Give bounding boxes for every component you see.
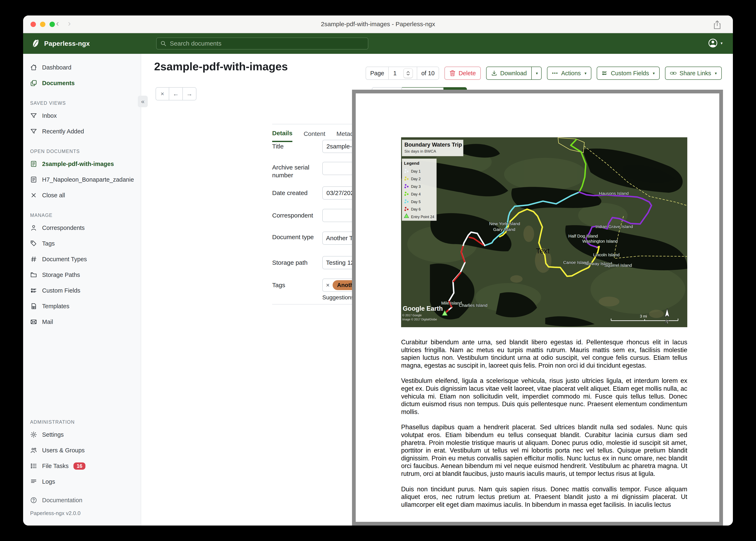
pdf-preview-pane[interactable]: Hausons Island New York Island Gary Isla… xyxy=(352,90,723,526)
legend-label: Entry Point 24 xyxy=(411,215,434,219)
legend-label: Day 5 xyxy=(411,200,421,204)
close-document-button[interactable]: × xyxy=(156,87,169,100)
correspondent-label: Correspondent xyxy=(272,209,322,222)
sidebar-item-logs[interactable]: Logs xyxy=(23,474,141,489)
zoom-window-button[interactable] xyxy=(50,22,55,27)
minimize-window-button[interactable] xyxy=(40,22,45,27)
sidebar-item-open-doc-1[interactable]: 2sample-pdf-with-images xyxy=(23,156,141,172)
island-label: Lincoln Island xyxy=(593,253,620,257)
sidebar-item-documents[interactable]: Documents xyxy=(23,75,141,91)
document-toolbar: Page of 10 Delete xyxy=(366,67,722,80)
download-button[interactable]: Download xyxy=(486,67,532,80)
island-label: Hausons Island xyxy=(599,191,629,196)
share-links-label: Share Links xyxy=(679,70,711,77)
sidebar-item-label: Inbox xyxy=(42,112,57,119)
download-caret-button[interactable]: ▾ xyxy=(532,67,542,80)
sidebar-item-storage-paths[interactable]: Storage Paths xyxy=(23,267,141,283)
island-label: Indian Grave Island xyxy=(595,224,633,229)
template-icon xyxy=(30,303,37,310)
paragraph: Vestibulum eleifend, ligula a scelerisqu… xyxy=(401,377,687,416)
sidebar-item-open-doc-2[interactable]: H7_Napoleon_Bonaparte_zadanie xyxy=(23,172,141,188)
forward-icon[interactable]: › xyxy=(68,19,71,28)
sidebar-item-inbox[interactable]: Inbox xyxy=(23,108,141,124)
tab-label: Content xyxy=(304,130,325,137)
previous-document-button[interactable]: ← xyxy=(169,87,183,100)
sidebar-item-label: Documentation xyxy=(42,497,82,504)
page-number-input[interactable] xyxy=(393,70,404,77)
remove-tag-icon[interactable]: × xyxy=(326,281,330,288)
map-title: Boundary Waters Trip xyxy=(404,142,462,148)
sidebar-item-settings[interactable]: Settings xyxy=(23,427,141,442)
doc-nav-buttons: × ← → xyxy=(156,87,196,100)
actions-button[interactable]: ⋯ Actions ▾ xyxy=(547,67,592,80)
sidebar-item-tags[interactable]: Tags xyxy=(23,236,141,251)
chevron-down-icon: ▾ xyxy=(585,71,587,76)
page-number-cell xyxy=(389,67,417,80)
page-stepper[interactable] xyxy=(404,68,413,78)
global-search[interactable] xyxy=(156,38,368,50)
sidebar-item-document-types[interactable]: Document Types xyxy=(23,251,141,267)
credit-line-1: © 2017 Google xyxy=(402,313,422,317)
sidebar-collapse-button[interactable]: « xyxy=(138,96,148,107)
download-icon xyxy=(491,70,497,76)
search-input[interactable] xyxy=(169,40,364,47)
sidebar-item-label: H7_Napoleon_Bonaparte_zadanie xyxy=(42,176,134,183)
island-label: New York Island xyxy=(489,221,520,226)
sidebar-item-label: Close all xyxy=(42,192,65,199)
sidebar-item-users-groups[interactable]: Users & Groups xyxy=(23,442,141,458)
close-icon xyxy=(30,192,37,199)
sidebar-item-label: Logs xyxy=(42,478,55,485)
sidebar-item-custom-fields[interactable]: Custom Fields xyxy=(23,283,141,298)
sidebar-item-label: Custom Fields xyxy=(42,287,80,294)
traffic-lights xyxy=(31,22,55,27)
sidebar-item-label: Dashboard xyxy=(42,64,71,71)
sidebar-item-templates[interactable]: Templates xyxy=(23,298,141,314)
legend-label: Day 1 xyxy=(411,169,421,173)
back-icon[interactable]: ‹ xyxy=(56,19,59,28)
users-icon xyxy=(30,447,37,454)
credit-line-2: Image © 2017 DigitalGlobe xyxy=(402,318,437,321)
date-created-label: Date created xyxy=(272,186,322,200)
google-earth-logo: Google Earth xyxy=(403,305,443,312)
paragraph: Curabitur bibendum ante urna, sed blandi… xyxy=(401,338,687,369)
envelope-icon xyxy=(30,318,37,325)
legend-title: Legend xyxy=(404,161,419,166)
share-icon[interactable] xyxy=(713,20,721,30)
sidebar-item-documentation[interactable]: Documentation xyxy=(23,492,141,508)
app-navbar: Paperless-ngx ▾ xyxy=(23,33,733,54)
sidebar-item-label: Mail xyxy=(42,318,53,325)
sidebar-item-label: File Tasks xyxy=(42,463,69,469)
sidebar-section-administration: ADMINISTRATION xyxy=(30,418,134,425)
filter-icon xyxy=(30,112,37,119)
sidebar-item-mail[interactable]: Mail xyxy=(23,314,141,330)
share-links-button[interactable]: Share Links ▾ xyxy=(665,67,722,80)
brand[interactable]: Paperless-ngx xyxy=(31,39,90,48)
sidebar-item-recently-added[interactable]: Recently Added xyxy=(23,124,141,139)
sidebar-item-correspondents[interactable]: Correspondents xyxy=(23,220,141,236)
avatar-icon xyxy=(708,38,718,48)
paragraph: Duis non tincidunt purus. Nam quis sapie… xyxy=(401,485,687,509)
user-menu[interactable]: ▾ xyxy=(708,38,723,48)
file-text-icon xyxy=(30,161,37,168)
home-icon xyxy=(30,64,37,71)
sidebar-item-dashboard[interactable]: Dashboard xyxy=(23,60,141,75)
island-label: Squirrel Island xyxy=(604,263,632,268)
sidebar-item-file-tasks[interactable]: File Tasks 16 xyxy=(23,458,141,474)
delete-button[interactable]: Delete xyxy=(444,67,481,80)
chevron-down-icon: ▾ xyxy=(653,71,655,76)
next-document-button[interactable]: → xyxy=(183,87,196,100)
page-total: of 10 xyxy=(417,67,439,80)
close-window-button[interactable] xyxy=(31,22,36,27)
sidebar-section-saved-views: SAVED VIEWS xyxy=(30,100,134,107)
custom-fields-button[interactable]: Custom Fields ▾ xyxy=(597,67,660,80)
legend-label: Day 3 xyxy=(411,185,421,189)
download-split-button: Download ▾ xyxy=(486,67,542,80)
map-title-box: Boundary Waters Trip Six days in BWCA xyxy=(402,140,463,156)
sidebar-item-label: 2sample-pdf-with-images xyxy=(42,161,114,168)
island-label: Charlies Island xyxy=(459,303,488,307)
dots-icon: ⋯ xyxy=(552,70,558,77)
map-legend: Legend Day 1 Day 2 Day 3 Day 4 Day 5 Day… xyxy=(402,159,437,221)
sidebar-item-close-all[interactable]: Close all xyxy=(23,188,141,203)
pdf-page: Hausons Island New York Island Gary Isla… xyxy=(356,93,719,526)
map-image: Hausons Island New York Island Gary Isla… xyxy=(401,137,687,327)
